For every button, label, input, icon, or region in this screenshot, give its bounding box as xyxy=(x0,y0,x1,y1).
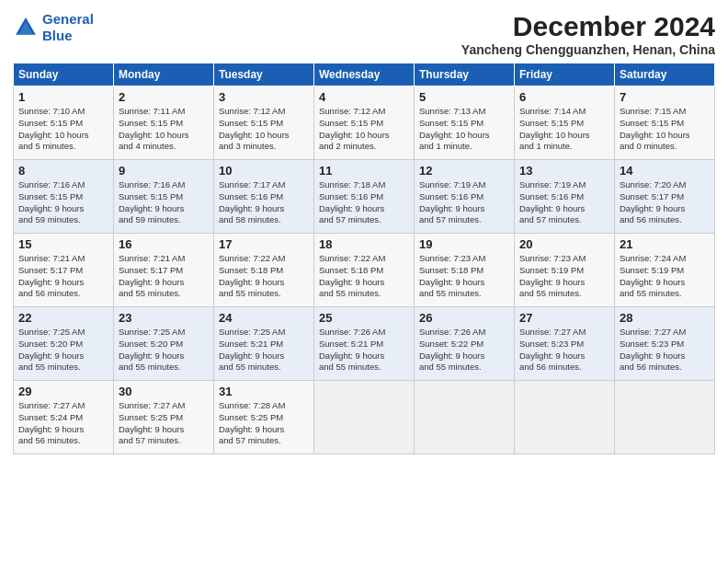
logo-text: General Blue xyxy=(42,11,94,44)
calendar-body: 1Sunrise: 7:10 AM Sunset: 5:15 PM Daylig… xyxy=(14,86,715,454)
day-number: 16 xyxy=(119,237,209,251)
day-number: 21 xyxy=(620,237,710,251)
calendar-cell: 17Sunrise: 7:22 AM Sunset: 5:18 PM Dayli… xyxy=(214,234,314,307)
calendar-cell: 29Sunrise: 7:27 AM Sunset: 5:24 PM Dayli… xyxy=(14,381,114,454)
weekday-friday: Friday xyxy=(515,63,615,86)
day-number: 24 xyxy=(219,311,309,325)
cell-details: Sunrise: 7:12 AM Sunset: 5:15 PM Dayligh… xyxy=(319,106,409,153)
day-number: 18 xyxy=(319,237,409,251)
calendar-cell: 13Sunrise: 7:19 AM Sunset: 5:16 PM Dayli… xyxy=(515,160,615,234)
calendar-cell: 12Sunrise: 7:19 AM Sunset: 5:16 PM Dayli… xyxy=(415,160,515,234)
day-number: 9 xyxy=(119,164,209,178)
day-number: 25 xyxy=(319,311,409,325)
month-title: December 2024 xyxy=(461,11,715,42)
calendar-cell: 18Sunrise: 7:22 AM Sunset: 5:18 PM Dayli… xyxy=(314,234,415,307)
day-number: 8 xyxy=(18,164,108,178)
calendar-week-2: 8Sunrise: 7:16 AM Sunset: 5:15 PM Daylig… xyxy=(14,160,715,234)
calendar-cell: 30Sunrise: 7:27 AM Sunset: 5:25 PM Dayli… xyxy=(114,381,214,454)
weekday-sunday: Sunday xyxy=(14,63,114,86)
weekday-tuesday: Tuesday xyxy=(214,63,314,86)
cell-details: Sunrise: 7:27 AM Sunset: 5:23 PM Dayligh… xyxy=(519,327,609,373)
page-header: General Blue December 2024 Yancheng Chen… xyxy=(13,11,715,57)
logo-icon xyxy=(13,15,39,40)
calendar-cell: 10Sunrise: 7:17 AM Sunset: 5:16 PM Dayli… xyxy=(214,160,314,234)
logo: General Blue xyxy=(13,11,94,44)
day-number: 3 xyxy=(219,90,309,104)
day-number: 28 xyxy=(620,311,710,325)
calendar-cell: 26Sunrise: 7:26 AM Sunset: 5:22 PM Dayli… xyxy=(415,307,515,381)
calendar-cell: 20Sunrise: 7:23 AM Sunset: 5:19 PM Dayli… xyxy=(515,234,615,307)
day-number: 17 xyxy=(219,237,309,251)
day-number: 5 xyxy=(419,90,509,104)
cell-details: Sunrise: 7:18 AM Sunset: 5:16 PM Dayligh… xyxy=(319,179,409,226)
cell-details: Sunrise: 7:22 AM Sunset: 5:18 PM Dayligh… xyxy=(219,253,309,300)
calendar-week-1: 1Sunrise: 7:10 AM Sunset: 5:15 PM Daylig… xyxy=(14,86,715,160)
cell-details: Sunrise: 7:25 AM Sunset: 5:20 PM Dayligh… xyxy=(18,327,108,373)
day-number: 15 xyxy=(18,237,108,251)
calendar-cell xyxy=(415,381,515,454)
calendar-cell: 31Sunrise: 7:28 AM Sunset: 5:25 PM Dayli… xyxy=(214,381,314,454)
day-number: 7 xyxy=(620,90,710,104)
cell-details: Sunrise: 7:27 AM Sunset: 5:23 PM Dayligh… xyxy=(620,327,710,373)
cell-details: Sunrise: 7:27 AM Sunset: 5:24 PM Dayligh… xyxy=(18,400,108,447)
cell-details: Sunrise: 7:23 AM Sunset: 5:19 PM Dayligh… xyxy=(519,253,609,300)
weekday-monday: Monday xyxy=(114,63,214,86)
calendar-cell xyxy=(615,381,715,454)
cell-details: Sunrise: 7:13 AM Sunset: 5:15 PM Dayligh… xyxy=(419,106,509,153)
calendar-cell: 8Sunrise: 7:16 AM Sunset: 5:15 PM Daylig… xyxy=(14,160,114,234)
day-number: 30 xyxy=(119,385,209,398)
cell-details: Sunrise: 7:19 AM Sunset: 5:16 PM Dayligh… xyxy=(519,179,609,226)
day-number: 6 xyxy=(519,90,609,104)
cell-details: Sunrise: 7:24 AM Sunset: 5:19 PM Dayligh… xyxy=(620,253,710,300)
calendar-cell: 14Sunrise: 7:20 AM Sunset: 5:17 PM Dayli… xyxy=(615,160,715,234)
calendar-cell: 6Sunrise: 7:14 AM Sunset: 5:15 PM Daylig… xyxy=(515,86,615,160)
day-number: 22 xyxy=(18,311,108,325)
weekday-saturday: Saturday xyxy=(615,63,715,86)
cell-details: Sunrise: 7:26 AM Sunset: 5:21 PM Dayligh… xyxy=(319,327,409,373)
calendar-cell: 25Sunrise: 7:26 AM Sunset: 5:21 PM Dayli… xyxy=(314,307,415,381)
day-number: 13 xyxy=(519,164,609,178)
calendar-cell: 2Sunrise: 7:11 AM Sunset: 5:15 PM Daylig… xyxy=(114,86,214,160)
calendar-cell: 21Sunrise: 7:24 AM Sunset: 5:19 PM Dayli… xyxy=(615,234,715,307)
calendar-cell: 4Sunrise: 7:12 AM Sunset: 5:15 PM Daylig… xyxy=(314,86,415,160)
calendar-cell xyxy=(515,381,615,454)
calendar-cell: 1Sunrise: 7:10 AM Sunset: 5:15 PM Daylig… xyxy=(14,86,114,160)
day-number: 26 xyxy=(419,311,509,325)
day-number: 27 xyxy=(519,311,609,325)
cell-details: Sunrise: 7:26 AM Sunset: 5:22 PM Dayligh… xyxy=(419,327,509,373)
cell-details: Sunrise: 7:14 AM Sunset: 5:15 PM Dayligh… xyxy=(519,106,609,153)
calendar-cell: 27Sunrise: 7:27 AM Sunset: 5:23 PM Dayli… xyxy=(515,307,615,381)
day-number: 2 xyxy=(119,90,209,104)
weekday-thursday: Thursday xyxy=(415,63,515,86)
calendar-cell: 16Sunrise: 7:21 AM Sunset: 5:17 PM Dayli… xyxy=(114,234,214,307)
calendar-cell: 5Sunrise: 7:13 AM Sunset: 5:15 PM Daylig… xyxy=(415,86,515,160)
calendar-cell: 15Sunrise: 7:21 AM Sunset: 5:17 PM Dayli… xyxy=(14,234,114,307)
cell-details: Sunrise: 7:17 AM Sunset: 5:16 PM Dayligh… xyxy=(219,179,309,226)
calendar-table: SundayMondayTuesdayWednesdayThursdayFrid… xyxy=(13,63,715,454)
calendar-cell: 19Sunrise: 7:23 AM Sunset: 5:18 PM Dayli… xyxy=(415,234,515,307)
day-number: 10 xyxy=(219,164,309,178)
cell-details: Sunrise: 7:16 AM Sunset: 5:15 PM Dayligh… xyxy=(18,179,108,226)
cell-details: Sunrise: 7:25 AM Sunset: 5:20 PM Dayligh… xyxy=(119,327,209,373)
calendar-cell: 28Sunrise: 7:27 AM Sunset: 5:23 PM Dayli… xyxy=(615,307,715,381)
calendar-cell: 7Sunrise: 7:15 AM Sunset: 5:15 PM Daylig… xyxy=(615,86,715,160)
cell-details: Sunrise: 7:21 AM Sunset: 5:17 PM Dayligh… xyxy=(18,253,108,300)
calendar-header: SundayMondayTuesdayWednesdayThursdayFrid… xyxy=(14,63,715,86)
calendar-week-3: 15Sunrise: 7:21 AM Sunset: 5:17 PM Dayli… xyxy=(14,234,715,307)
cell-details: Sunrise: 7:19 AM Sunset: 5:16 PM Dayligh… xyxy=(419,179,509,226)
calendar-week-4: 22Sunrise: 7:25 AM Sunset: 5:20 PM Dayli… xyxy=(14,307,715,381)
calendar-cell: 9Sunrise: 7:16 AM Sunset: 5:15 PM Daylig… xyxy=(114,160,214,234)
day-number: 1 xyxy=(18,90,108,104)
cell-details: Sunrise: 7:11 AM Sunset: 5:15 PM Dayligh… xyxy=(119,106,209,153)
weekday-header-row: SundayMondayTuesdayWednesdayThursdayFrid… xyxy=(14,63,715,86)
cell-details: Sunrise: 7:20 AM Sunset: 5:17 PM Dayligh… xyxy=(620,179,710,226)
cell-details: Sunrise: 7:15 AM Sunset: 5:15 PM Dayligh… xyxy=(620,106,710,153)
day-number: 11 xyxy=(319,164,409,178)
day-number: 19 xyxy=(419,237,509,251)
cell-details: Sunrise: 7:12 AM Sunset: 5:15 PM Dayligh… xyxy=(219,106,309,153)
calendar-cell xyxy=(314,381,415,454)
day-number: 31 xyxy=(219,385,309,398)
cell-details: Sunrise: 7:10 AM Sunset: 5:15 PM Dayligh… xyxy=(18,106,108,153)
cell-details: Sunrise: 7:16 AM Sunset: 5:15 PM Dayligh… xyxy=(119,179,209,226)
location-subtitle: Yancheng Chengguanzhen, Henan, China xyxy=(461,42,715,57)
